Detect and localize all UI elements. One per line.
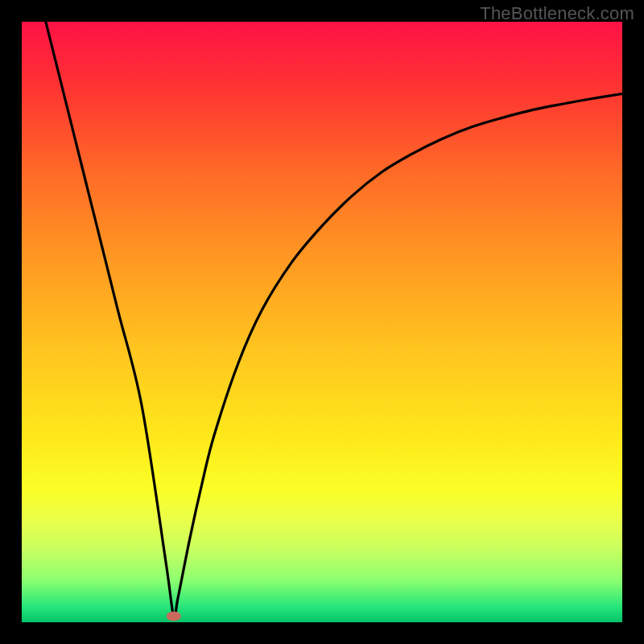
bottleneck-chart: [22, 22, 622, 622]
minimum-marker: [167, 612, 181, 621]
watermark-text: TheBottleneck.com: [480, 3, 634, 24]
chart-background: [22, 22, 622, 622]
chart-frame: [22, 22, 622, 622]
